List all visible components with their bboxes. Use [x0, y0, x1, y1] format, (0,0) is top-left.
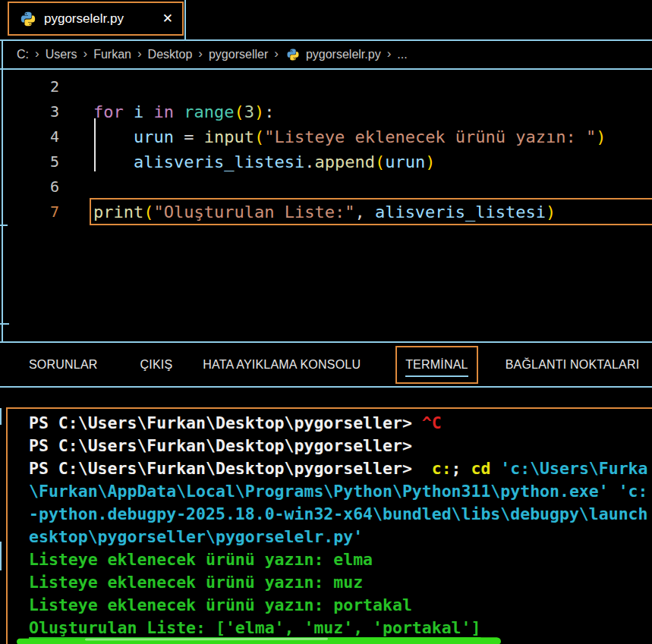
code-token: 3: [244, 102, 254, 121]
breadcrumb-file[interactable]: pygorselelr.py: [306, 48, 381, 61]
code-token: ): [254, 102, 264, 121]
code-text: alisveris_listesi.append(urun): [59, 149, 435, 174]
code-text: print("Oluşturulan Liste:", alisveris_li…: [59, 199, 556, 225]
code-text: for i in range(3):: [59, 99, 274, 124]
panel-tab--iki-[interactable]: ÇIKIŞ: [140, 358, 173, 372]
code-token: (: [375, 152, 385, 171]
code-token: "Oluşturulan Liste:": [153, 203, 354, 221]
breadcrumb-overflow[interactable]: ...: [397, 48, 407, 61]
code-token: range: [184, 102, 234, 121]
indent-guide: [94, 118, 96, 171]
code-token: (: [143, 203, 153, 221]
terminal-token: PS C:\Users\Furkan\Desktop\pygorseller>: [29, 413, 422, 432]
python-icon: [286, 48, 300, 61]
terminal-token: PS C:\Users\Furkan\Desktop\pygorseller>: [29, 459, 432, 478]
marker-highlight: [85, 638, 328, 641]
code-token: i: [134, 102, 143, 121]
panel-tab-ba-lanti-noktalari[interactable]: BAĞLANTI NOKTALARI: [506, 358, 640, 372]
code-token: [93, 127, 134, 146]
left-edge-divider: [2, 41, 3, 388]
tab-label: pygorselelr.py: [44, 11, 124, 27]
terminal-token: Listeye eklenecek ürünü yazın: muz: [29, 573, 363, 592]
code-token: print: [93, 203, 143, 221]
code-token: urun: [385, 152, 425, 171]
panel-tab-termi-nal[interactable]: TERMİNAL: [395, 346, 478, 384]
breadcrumb-item[interactable]: C:: [17, 48, 29, 61]
breadcrumb-item[interactable]: Furkan: [93, 48, 131, 61]
code-token: in: [154, 102, 175, 121]
terminal-token: esktop\pygorseller\pygorselelr.py': [29, 527, 363, 546]
code-token: [93, 152, 134, 171]
chevron-icon: ›: [198, 46, 203, 61]
terminal-token: ^C: [422, 413, 442, 432]
terminal-line: esktop\pygorseller\pygorselelr.py': [29, 526, 652, 548]
code-token: (: [234, 102, 244, 121]
code-token: .: [304, 152, 314, 171]
terminal[interactable]: PS C:\Users\Furkan\Desktop\pygorseller> …: [6, 407, 652, 644]
line-number: 6: [0, 174, 59, 199]
code-token: (: [254, 127, 264, 146]
line-number: 2: [0, 74, 59, 99]
edge-tick: [0, 225, 8, 226]
breadcrumb-item[interactable]: Users: [46, 48, 77, 61]
terminal-token: PS C:\Users\Furkan\Desktop\pygorseller>: [29, 436, 412, 455]
terminal-line: \Furkan\AppData\Local\Programs\Python\Py…: [29, 480, 652, 503]
chevron-icon: ›: [35, 46, 39, 61]
terminal-line: -python.debugpy-2025.18.0-win32-x64\bund…: [29, 503, 652, 526]
panel-tab-label: ÇIKIŞ: [140, 358, 173, 371]
code-token: ,: [354, 203, 375, 221]
breadcrumb-item[interactable]: pygorseller: [209, 48, 268, 61]
panel-tab-label: TERMİNAL: [405, 358, 468, 371]
editor-line-6[interactable]: 6: [0, 174, 652, 199]
line-number: 4: [0, 124, 59, 149]
breadcrumb: C:›Users›Furkan›Desktop›pygorseller› pyg…: [0, 41, 652, 68]
code-text: urun = input("Listeye eklenecek ürünü ya…: [59, 124, 606, 149]
code-token: =: [174, 127, 204, 146]
code-text: [59, 174, 93, 199]
chevron-icon: ›: [137, 46, 142, 61]
panel-tab-hata-ayiklama-konsolu[interactable]: HATA AYIKLAMA KONSOLU: [203, 358, 361, 372]
panel-tab-label: HATA AYIKLAMA KONSOLU: [203, 358, 361, 371]
terminal-token: Listeye eklenecek ürünü yazın: elma: [29, 550, 373, 569]
code-token: [143, 102, 153, 121]
terminal-line: PS C:\Users\Furkan\Desktop\pygorseller> …: [29, 457, 652, 480]
terminal-token: Listeye eklenecek ürünü yazın: portakal: [29, 595, 412, 614]
python-icon: [20, 11, 36, 27]
close-icon[interactable]: ✕: [162, 11, 173, 27]
editor-line-2[interactable]: 2: [0, 74, 652, 99]
terminal-line: Oluşturulan Liste: ['elma', 'muz', 'port…: [29, 617, 652, 639]
terminal-token: 'c:\Users\Furka: [490, 459, 647, 478]
terminal-line: Listeye eklenecek ürünü yazın: portakal: [29, 594, 652, 617]
terminal-line: Listeye eklenecek ürünü yazın: elma: [29, 548, 652, 571]
terminal-token: ;: [452, 459, 471, 478]
green-marker-underline: [17, 637, 501, 644]
line-number: 7: [0, 199, 59, 225]
editor-line-4[interactable]: 4 urun = input("Listeye eklenecek ürünü …: [0, 124, 652, 149]
terminal-token: \Furkan\AppData\Local\Programs\Python\Py…: [29, 482, 647, 501]
chevron-icon: ›: [83, 46, 87, 61]
panel-tab-label: BAĞLANTI NOKTALARI: [506, 358, 640, 371]
editor-line-3[interactable]: 3for i in range(3):: [0, 99, 652, 124]
edge-tick: [0, 542, 2, 570]
code-token: ): [546, 203, 556, 221]
code-token: ): [425, 152, 435, 171]
code-token: append: [314, 152, 374, 171]
code-token: "Listeye eklenecek ürünü yazın: ": [264, 127, 596, 146]
code-token: for: [93, 102, 124, 121]
code-token: [174, 102, 184, 121]
code-token: urun: [134, 127, 174, 146]
code-token: ): [596, 127, 606, 146]
terminal-line: PS C:\Users\Furkan\Desktop\pygorseller> …: [29, 412, 652, 435]
code-token: [124, 102, 134, 121]
editor-line-7[interactable]: 7print("Oluşturulan Liste:", alisveris_l…: [0, 199, 652, 225]
code-editor[interactable]: 23for i in range(3):4 urun = input("List…: [0, 70, 652, 341]
line-number: 5: [0, 149, 59, 174]
editor-line-5[interactable]: 5 alisveris_listesi.append(urun): [0, 149, 652, 174]
panel-tab-sorunlar[interactable]: SORUNLAR: [29, 358, 98, 372]
editor-tab[interactable]: pygorselelr.py ✕: [8, 2, 184, 36]
terminal-token: c:: [432, 459, 452, 478]
code-token: alisveris_listesi: [375, 203, 546, 221]
edge-tick: [0, 323, 9, 325]
breadcrumb-item[interactable]: Desktop: [148, 48, 193, 61]
panel-tab-strip: SORUNLARÇIKIŞHATA AYIKLAMA KONSOLUTERMİN…: [0, 343, 652, 386]
